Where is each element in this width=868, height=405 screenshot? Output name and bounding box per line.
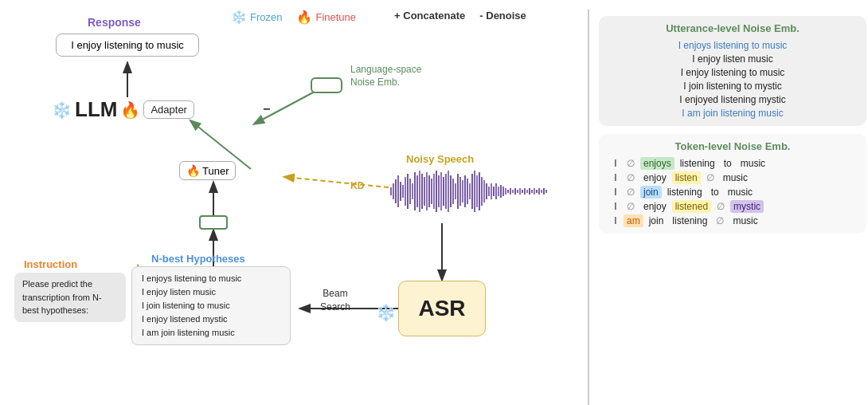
tok-1-2: ∅ (624, 157, 638, 170)
svg-rect-43 (469, 183, 471, 199)
tok-3-1: I (610, 186, 621, 199)
tok-2-6: music (720, 171, 751, 184)
llm-fire-icon: 🔥 (120, 100, 140, 120)
svg-rect-34 (448, 171, 449, 212)
instruction-text: Please predict the transcription from N-… (22, 279, 102, 315)
tok-3-2: ∅ (624, 186, 638, 199)
waveform-svg (389, 167, 548, 215)
tok-4-3: enjoy (640, 200, 670, 213)
kd-label: KD (350, 180, 364, 191)
svg-rect-17 (407, 174, 409, 209)
svg-rect-15 (402, 185, 404, 198)
svg-rect-39 (459, 177, 461, 206)
tok-1-6: music (737, 157, 768, 170)
tok-2-1: I (610, 171, 621, 184)
utterance-title: Utterance-level Noise Emb. (610, 22, 855, 34)
instruction-label: Instruction (24, 258, 77, 270)
adapter-label: Adapter (151, 104, 187, 116)
right-panel: Utterance-level Noise Emb. I enjoys list… (589, 10, 868, 395)
svg-rect-51 (488, 187, 490, 196)
svg-rect-35 (450, 175, 452, 207)
beam-search-text: BeamSearch (320, 288, 350, 313)
svg-rect-64 (519, 188, 521, 195)
svg-rect-20 (414, 172, 416, 210)
utt-line-5: I enjoyed listening mystic (676, 93, 788, 106)
tok-1-5: to (721, 157, 735, 170)
svg-rect-27 (431, 179, 432, 204)
svg-rect-38 (457, 174, 459, 209)
svg-rect-66 (524, 188, 526, 195)
svg-rect-58 (505, 188, 506, 195)
nbest-line-2: I enjoy listen music (142, 285, 280, 299)
tok-1-1: I (610, 157, 621, 170)
utt-line-2: I enjoy listen music (689, 53, 776, 65)
main-container: ❄️ Frozen 🔥 Finetune + Concatenate - Den… (0, 0, 868, 405)
response-box: I enjoy listening to music (56, 33, 199, 57)
encoder-emb-box (199, 215, 228, 230)
tok-4-2: ∅ (624, 200, 638, 213)
response-label: Response (88, 16, 141, 29)
utt-line-4: I join listening to mystic (680, 80, 784, 92)
svg-text:−: − (263, 102, 270, 116)
token-row-5: I am join listening ∅ music (610, 214, 855, 227)
beam-search-label: BeamSearch (320, 287, 350, 314)
nbest-line-4: I enjoy listened mystic (142, 313, 280, 326)
asr-label: ASR (418, 296, 465, 321)
asr-box: ASR (398, 281, 486, 336)
svg-rect-54 (495, 183, 497, 199)
token-title: Token-level Noise Emb. (610, 140, 855, 152)
svg-rect-44 (471, 174, 473, 209)
svg-rect-32 (443, 177, 444, 206)
svg-rect-57 (502, 187, 504, 196)
noise-emb-box (311, 77, 342, 93)
tok-5-5: ∅ (713, 214, 727, 227)
svg-rect-71 (536, 190, 538, 193)
tok-5-4: listening (669, 214, 710, 227)
tok-1-4: listening (677, 157, 718, 170)
svg-rect-40 (462, 180, 463, 202)
instruction-box: Please predict the transcription from N-… (14, 273, 126, 322)
token-grid: I ∅ enjoys listening to music I ∅ enjoy … (610, 157, 855, 227)
nbest-line-5: I am join listening music (142, 326, 280, 340)
tok-2-2: ∅ (624, 171, 638, 184)
svg-rect-26 (428, 175, 430, 207)
diagram: + − Response I enjoy listening to music … (8, 10, 589, 395)
tok-2-5: ∅ (703, 171, 717, 184)
svg-rect-63 (517, 190, 518, 193)
tok-3-6: music (725, 186, 756, 199)
token-section: Token-level Noise Emb. I ∅ enjoys listen… (599, 134, 866, 234)
svg-rect-67 (526, 190, 528, 193)
svg-rect-74 (543, 188, 545, 195)
svg-rect-47 (479, 172, 480, 210)
nbest-label: N-best Hypotheses (151, 253, 245, 265)
svg-rect-61 (512, 190, 514, 193)
svg-rect-68 (529, 188, 530, 195)
svg-rect-19 (412, 183, 413, 199)
tok-3-5: to (708, 186, 722, 199)
waveform-area (389, 167, 548, 215)
token-row-2: I ∅ enjoy listen ∅ music (610, 171, 855, 184)
tok-4-5: ∅ (714, 200, 728, 213)
utterance-lines: I enjoys listening to music I enjoy list… (610, 39, 855, 120)
nbest-line-3: I join listening to music (142, 299, 280, 313)
token-row-3: I ∅ join listening to music (610, 186, 855, 199)
svg-rect-24 (424, 177, 425, 206)
svg-rect-36 (452, 179, 454, 204)
nbest-box: I enjoys listening to music I enjoy list… (131, 266, 291, 345)
tok-3-3: join (640, 186, 662, 199)
svg-rect-70 (534, 188, 535, 195)
svg-rect-62 (514, 188, 516, 195)
tok-5-3: join (646, 214, 667, 227)
utterance-section: Utterance-level Noise Emb. I enjoys list… (599, 16, 866, 126)
noise-emb-text: Language-spaceNoise Emb. (350, 64, 421, 88)
svg-rect-21 (416, 175, 418, 207)
tuner-label: Tuner (202, 165, 229, 177)
svg-rect-14 (400, 182, 401, 201)
llm-frozen-icon: ❄️ (52, 100, 72, 120)
svg-rect-30 (438, 175, 440, 207)
token-row-1: I ∅ enjoys listening to music (610, 157, 855, 170)
svg-rect-28 (433, 174, 435, 209)
svg-rect-73 (541, 190, 542, 193)
tok-5-1: I (610, 214, 621, 227)
svg-rect-22 (419, 171, 420, 212)
